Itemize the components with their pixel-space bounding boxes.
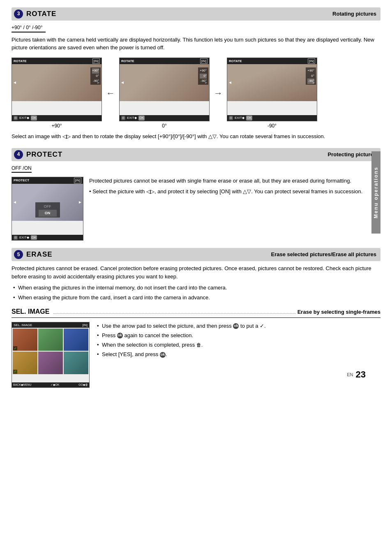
erase-bullet-1: When erasing the pictures in the interna… <box>12 284 380 292</box>
erase-title: ERASE <box>26 250 53 259</box>
sel-screen-mode: [IN] <box>83 323 88 327</box>
protect-exit: EXIT◆ <box>19 235 29 240</box>
protect-on: ON <box>39 210 57 216</box>
arrow-left-1: ← <box>106 87 115 100</box>
sel-thumb-5 <box>38 352 63 374</box>
sel-bullet-2: Press ok again to cancel the selection. <box>95 331 380 340</box>
sel-footer-ok: ✓◆OK <box>51 383 59 387</box>
erase-number: 5 <box>14 250 23 259</box>
cam3-icon: ⊟ <box>229 116 233 120</box>
protect-image: ◄ ► OFF ON <box>12 184 83 221</box>
cam2-title: ROTATE <box>121 59 134 63</box>
rotate-selector[interactable]: +90° / 0° /-90° <box>12 24 46 32</box>
protect-cam-title: PROTECT <box>14 178 29 183</box>
page-number: 23 <box>356 368 366 381</box>
sel-bullet-4: Select [YES], and press ok. <box>95 350 380 359</box>
protect-selector[interactable]: OFF /ON <box>12 165 32 173</box>
cam1-image: ◄ ► +90° 0° -90° <box>12 64 101 101</box>
erase-subtitle: Erase selected pictures/Erase all pictur… <box>271 251 376 258</box>
cam3-image: ◄ ► +90° 0° -90° <box>227 64 317 101</box>
cam1-footer: ⊟ EXIT◆ OK <box>12 115 101 120</box>
protect-ok: OK <box>31 235 37 240</box>
cam2-icon: ⊟ <box>121 116 125 120</box>
protect-cam-mode: [IN] <box>74 178 81 183</box>
sel-thumb-3 <box>64 329 88 351</box>
sel-footer-go: GO◆🗑 <box>78 383 88 387</box>
cam3-left-arrow: ◄ <box>228 80 232 86</box>
protect-title: PROTECT <box>26 150 62 160</box>
cam3-ok: OK <box>246 116 253 120</box>
sidebar-label: Menu operations <box>373 167 380 218</box>
sel-image-screen: SEL. IMAGE [IN] ✓ ✓ <box>12 322 90 388</box>
trash-icon: 🗑 <box>196 341 201 349</box>
sel-image-header-row: SEL. IMAGE Erase by selecting single-fra… <box>12 307 380 317</box>
protect-number: 4 <box>14 150 23 159</box>
cam1-left-arrow: ◄ <box>13 80 17 86</box>
cam3-mode: [IN] <box>308 58 315 64</box>
cam2-left-arrow: ◄ <box>120 80 125 86</box>
cam1-menu: +90° 0° -90° <box>90 67 101 85</box>
page-en-label: EN <box>347 372 353 378</box>
cam3-exit: EXIT◆ <box>235 116 244 120</box>
ok-icon-2: ok <box>117 333 123 338</box>
rotate-screen-2: ROTATE [IN] ◄ ► +90° 0° -90° ⊟ <box>119 58 210 121</box>
protect-description: Protected pictures cannot be erased with… <box>89 177 380 185</box>
sel-check-4: ✓ <box>13 370 17 374</box>
rotate-number: 3 <box>14 9 23 19</box>
sel-screen-footer: BACK◆MENU ✓◆OK GO◆🗑 <box>12 382 89 387</box>
protect-content: PROTECT [IN] ◄ ► OFF ON ⊟ EXIT◆ OK <box>12 177 380 241</box>
rotate-title: ROTATE <box>26 9 56 19</box>
cam2-label: 0° <box>119 123 210 130</box>
sel-thumb-6 <box>64 352 88 374</box>
sel-image-content: SEL. IMAGE [IN] ✓ ✓ <box>12 322 380 388</box>
cam3-menu: +90° 0° -90° <box>306 67 316 85</box>
sel-screen-header: SEL. IMAGE [IN] <box>12 322 89 328</box>
ok-icon-1: ok <box>233 323 239 329</box>
sel-thumb-1: ✓ <box>13 329 37 351</box>
cam1-exit: EXIT◆ <box>19 116 29 120</box>
cam2-menu: +90° 0° -90° <box>198 67 208 85</box>
protect-footer: ⊟ EXIT◆ OK <box>12 235 83 240</box>
sel-bullet-3: When the selection is completed, press 🗑… <box>95 341 380 349</box>
cam2-ok: OK <box>138 116 145 120</box>
rotate-instruction: Select an image with ◁▷ and then to rota… <box>12 132 380 141</box>
page-footer: EN 23 <box>347 368 366 381</box>
protect-header: 4 PROTECT Protecting pictures <box>12 148 380 161</box>
cam1-mode: [IN] <box>92 58 100 64</box>
rotate-subtitle: Rotating pictures <box>332 10 376 18</box>
cam2-mode: [IN] <box>200 58 208 64</box>
protect-description-area: Protected pictures cannot be erased with… <box>89 177 380 195</box>
sel-image-grid: ✓ ✓ <box>12 328 89 375</box>
cam3-label: -90° <box>227 123 317 130</box>
sel-image-title: SEL. IMAGE <box>12 307 49 316</box>
rotate-description: Pictures taken with the camera held vert… <box>12 36 380 52</box>
cam2-exit: EXIT◆ <box>127 116 137 120</box>
sel-thumb-4: ✓ <box>13 352 37 374</box>
sel-go-label: GO◆🗑 <box>78 383 88 387</box>
sel-image-subtitle: Erase by selecting single-frames <box>297 308 380 316</box>
protect-icon: ⊟ <box>14 236 18 240</box>
cam1-icon: ⊟ <box>14 116 18 120</box>
rotate-header: 3 ROTATE Rotating pictures <box>12 7 380 21</box>
protect-bullet: • Select the picture with ◁▷, and protec… <box>89 188 380 196</box>
menu-operations-sidebar: Menu operations <box>371 151 380 234</box>
sel-ok-label: ✓◆OK <box>51 383 59 387</box>
erase-bullet-2: When erasing the picture from the card, … <box>12 294 380 302</box>
protect-menu: OFF ON <box>35 202 60 217</box>
rotate-screen-3: ROTATE [IN] ◄ ► +90° 0° -90° ⊟ <box>227 58 317 121</box>
protect-cam-header: PROTECT [IN] <box>12 177 83 183</box>
sel-bullet-1: Use the arrow pad to select the picture,… <box>95 322 380 330</box>
cam3-title: ROTATE <box>229 59 242 63</box>
protect-screen: PROTECT [IN] ◄ ► OFF ON ⊟ EXIT◆ OK <box>12 177 83 241</box>
erase-header: 5 ERASE Erase selected pictures/Erase al… <box>12 248 380 261</box>
arrow-right-1: → <box>214 87 223 100</box>
protect-right-arrow: ► <box>78 199 82 205</box>
sel-footer-back: BACK◆MENU <box>13 383 32 387</box>
sel-image-bullets: Use the arrow pad to select the picture,… <box>95 322 380 360</box>
protect-off: OFF <box>39 203 57 210</box>
protect-section: 4 PROTECT Protecting pictures OFF /ON PR… <box>12 148 380 241</box>
rotate-screen-1: ROTATE [IN] ◄ ► +90° 0° -90° ⊟ <box>12 58 102 121</box>
protect-selector-text: OFF /ON <box>12 165 32 171</box>
sel-screen-title: SEL. IMAGE <box>14 323 32 327</box>
cam1-label: +90° <box>12 123 102 130</box>
